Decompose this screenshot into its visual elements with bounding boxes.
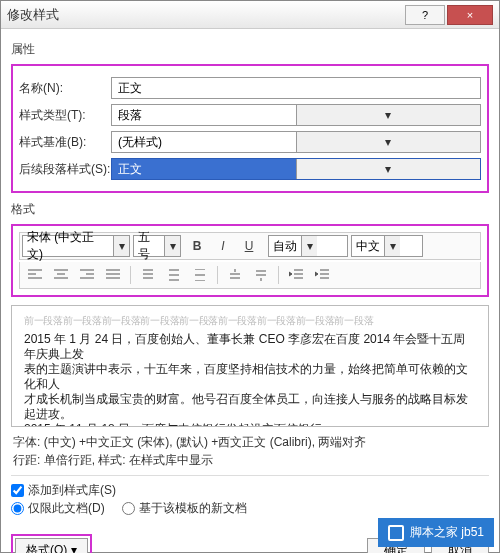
help-button[interactable]: ?: [405, 5, 445, 25]
base-label: 样式基准(B):: [19, 134, 111, 151]
add-to-gallery-checkbox[interactable]: 添加到样式库(S): [11, 482, 116, 499]
format-toolbar-group: 宋体 (中文正文)▾ 五号▾ B I U 自动▾ 中文▾: [11, 224, 489, 297]
chevron-down-icon[interactable]: ▾: [164, 236, 180, 256]
preview-body: 2015 年 1 月 24 日，百度创始人、董事长兼 CEO 李彦宏在百度 20…: [24, 332, 476, 427]
format-toolbar-1: 宋体 (中文正文)▾ 五号▾ B I U 自动▾ 中文▾: [19, 232, 481, 260]
divider: [11, 475, 489, 476]
indent-inc-button[interactable]: [310, 264, 334, 286]
dialog-body: 属性 名称(N): 正文 样式类型(T): 段落▾ 样式基准(B): (无样式)…: [1, 29, 499, 530]
space-before-dec-button[interactable]: [249, 264, 273, 286]
line-spacing-2-button[interactable]: [162, 264, 186, 286]
font-size-select[interactable]: 五号▾: [133, 235, 181, 257]
style-description: 字体: (中文) +中文正文 (宋体), (默认) +西文正文 (Calibri…: [11, 433, 489, 469]
space-before-inc-button[interactable]: [223, 264, 247, 286]
dialog-title: 修改样式: [7, 6, 403, 24]
next-style-select[interactable]: 正文▾: [111, 158, 481, 180]
style-base-select[interactable]: (无样式)▾: [111, 131, 481, 153]
chevron-down-icon[interactable]: ▾: [296, 105, 481, 125]
chevron-down-icon[interactable]: ▾: [113, 236, 129, 256]
chevron-down-icon[interactable]: ▾: [384, 236, 400, 256]
style-type-select[interactable]: 段落▾: [111, 104, 481, 126]
bold-button[interactable]: B: [185, 235, 209, 257]
based-template-radio[interactable]: 基于该模板的新文档: [122, 500, 247, 517]
format-toolbar-2: [19, 262, 481, 289]
section-format: 格式: [11, 201, 489, 218]
indent-dec-button[interactable]: [284, 264, 308, 286]
align-justify-button[interactable]: [101, 264, 125, 286]
align-left-button[interactable]: [23, 264, 47, 286]
only-this-doc-radio[interactable]: 仅限此文档(D): [11, 500, 105, 517]
modify-style-dialog: 修改样式 ? × 属性 名称(N): 正文 样式类型(T): 段落▾ 样式基准(…: [0, 0, 500, 553]
font-color-select[interactable]: 自动▾: [268, 235, 348, 257]
preview-pane: 前一段落前一段落前一段落前一段落前一段落前一段落前一段落前一段落前一段落 201…: [11, 305, 489, 427]
section-properties: 属性: [11, 41, 489, 58]
font-family-select[interactable]: 宋体 (中文正文)▾: [22, 235, 130, 257]
next-label: 后续段落样式(S):: [19, 161, 111, 178]
align-right-button[interactable]: [75, 264, 99, 286]
name-input[interactable]: 正文: [111, 77, 481, 99]
line-spacing-1-button[interactable]: [136, 264, 160, 286]
chevron-down-icon[interactable]: ▾: [296, 132, 481, 152]
options-group: 添加到样式库(S) 仅限此文档(D) 基于该模板的新文档: [11, 482, 489, 518]
properties-group: 名称(N): 正文 样式类型(T): 段落▾ 样式基准(B): (无样式)▾ 后…: [11, 64, 489, 193]
format-menu-highlight: 格式(O)▾: [11, 534, 92, 553]
type-label: 样式类型(T):: [19, 107, 111, 124]
italic-button[interactable]: I: [211, 235, 235, 257]
format-menu-button[interactable]: 格式(O)▾: [15, 538, 88, 553]
underline-button[interactable]: U: [237, 235, 261, 257]
watermark-overlay: 脚本之家 jb51: [378, 518, 494, 547]
chevron-down-icon[interactable]: ▾: [301, 236, 317, 256]
name-label: 名称(N):: [19, 80, 111, 97]
lang-select[interactable]: 中文▾: [351, 235, 423, 257]
close-button[interactable]: ×: [447, 5, 493, 25]
preview-prev-para: 前一段落前一段落前一段落前一段落前一段落前一段落前一段落前一段落前一段落: [24, 314, 476, 328]
align-center-button[interactable]: [49, 264, 73, 286]
titlebar: 修改样式 ? ×: [1, 1, 499, 29]
watermark-icon: [388, 525, 404, 541]
watermark-text: 脚本之家 jb51: [410, 524, 484, 541]
chevron-down-icon[interactable]: ▾: [296, 159, 481, 179]
line-spacing-3-button[interactable]: [188, 264, 212, 286]
